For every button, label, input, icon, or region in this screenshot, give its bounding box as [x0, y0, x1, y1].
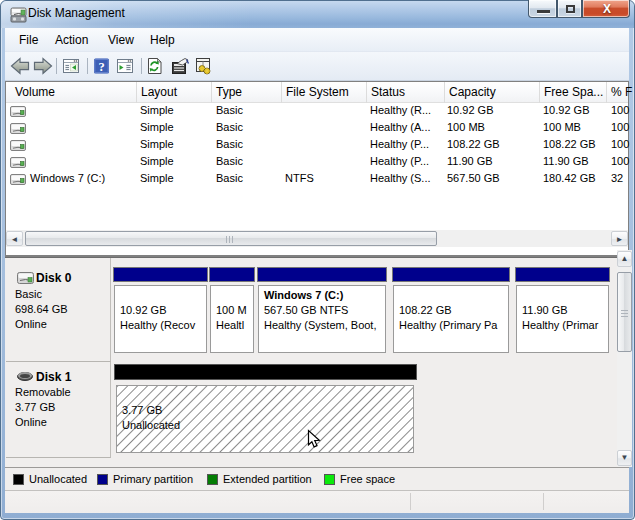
svg-text:?: ?	[98, 60, 104, 74]
